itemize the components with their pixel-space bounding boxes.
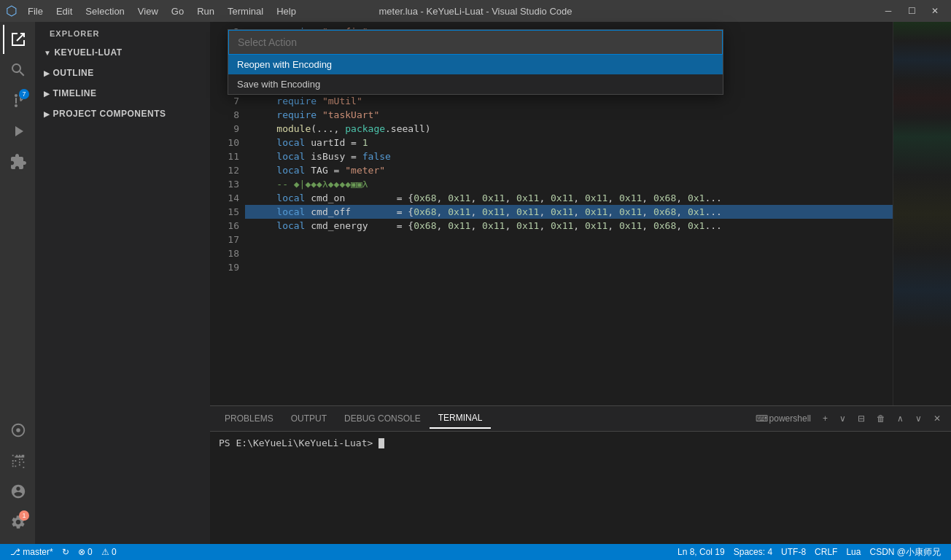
terminal-cursor: [379, 438, 384, 448]
activity-bottom: 1: [3, 416, 32, 544]
warning-count[interactable]: ⚠ 0: [97, 544, 121, 560]
code-line: local cmd_on = {0x68, 0x11, 0x11, 0x11, …: [245, 191, 893, 205]
terminal-tabs: PROBLEMS OUTPUT DEBUG CONSOLE TERMINAL ⌨…: [210, 406, 951, 432]
remote-activity-icon[interactable]: [3, 416, 32, 445]
command-palette-input[interactable]: [228, 30, 723, 55]
terminal-prompt-text: PS E:\KeYueLi\KeYueLi-Luat>: [219, 438, 373, 448]
terminal-add-button[interactable]: +: [818, 412, 832, 425]
window-title: meter.lua - KeYueLi-Luat - Visual Studio…: [379, 6, 572, 17]
menu-terminal[interactable]: Terminal: [222, 4, 269, 18]
menu-file[interactable]: File: [22, 4, 49, 18]
powershell-label-text: powershell: [769, 413, 811, 424]
extensions-activity-icon[interactable]: [3, 147, 32, 176]
git-branch[interactable]: ⎇ master*: [6, 544, 58, 560]
code-line: local cmd_energy = {0x68, 0x11, 0x11, 0x…: [245, 219, 893, 233]
editor-area: 2 3 4 5 6 7 8 9 10 11 12 13 14 15 16 17 …: [210, 22, 951, 544]
code-line: local TAG = "meter": [245, 163, 893, 177]
title-bar: ⬡ File Edit Selection View Go Run Termin…: [0, 0, 951, 22]
chevron-right-icon3: ▶: [44, 110, 50, 118]
window-controls: ─ ☐ ✕: [878, 4, 945, 18]
terminal-panel: PROBLEMS OUTPUT DEBUG CONSOLE TERMINAL ⌨…: [210, 405, 951, 544]
search-activity-icon[interactable]: [3, 55, 32, 85]
code-line: require "mUtil": [245, 94, 893, 108]
explorer-activity-icon[interactable]: [3, 25, 32, 54]
chevron-right-icon2: ▶: [44, 90, 50, 98]
terminal-close-button[interactable]: ✕: [929, 412, 945, 425]
activity-bar: 7 1: [0, 22, 35, 544]
chevron-down-icon: ▼: [44, 49, 51, 57]
terminal-up-button[interactable]: ∧: [893, 412, 908, 425]
watermark: CSDN @小康师兄: [865, 546, 945, 559]
menu-go[interactable]: Go: [166, 4, 190, 18]
terminal-split-button[interactable]: ⊟: [853, 412, 869, 425]
code-line: require "taskUart": [245, 108, 893, 122]
language-mode[interactable]: Lua: [842, 547, 865, 557]
tab-output[interactable]: OUTPUT: [282, 409, 335, 428]
settings-badge: 1: [19, 510, 29, 521]
terminal-dropdown-button[interactable]: ∨: [835, 412, 850, 425]
chevron-right-icon: ▶: [44, 69, 50, 77]
spaces[interactable]: Spaces: 4: [729, 547, 777, 557]
status-right: Ln 8, Col 19 Spaces: 4 UTF-8 CRLF Lua CS…: [673, 546, 945, 559]
terminal-content[interactable]: PS E:\KeYueLi\KeYueLi-Luat>: [210, 432, 951, 544]
terminal-controls: ⌨ powershell + ∨ ⊟ 🗑 ∧ ∨ ✕: [751, 412, 945, 425]
sidebar-section-outline-label: OUTLINE: [53, 68, 94, 78]
menu-edit[interactable]: Edit: [50, 4, 78, 18]
svg-point-0: [16, 428, 20, 432]
palette-item-save[interactable]: Save with Encoding: [228, 74, 723, 94]
sidebar-section-project: ▶ PROJECT COMPONENTS: [35, 104, 210, 124]
menu-bar: File Edit Selection View Go Run Terminal…: [22, 4, 302, 18]
minimize-button[interactable]: ─: [878, 4, 898, 18]
run-activity-icon[interactable]: [3, 117, 32, 146]
sidebar-section-timeline: ▶ TIMELINE: [35, 83, 210, 104]
minimap: [893, 22, 951, 405]
sidebar-section-keyueli-label: KEYUELI-LUAT: [54, 47, 122, 58]
sidebar-title: EXPLORER: [35, 22, 210, 42]
code-line: -- ◆|◆◆◆λ◆◆◆◆▣▣λ: [245, 177, 893, 191]
line-ending[interactable]: CRLF: [810, 547, 842, 557]
source-control-activity-icon[interactable]: 7: [3, 86, 32, 115]
menu-selection[interactable]: Selection: [79, 4, 130, 18]
error-count[interactable]: ⊗ 0: [74, 544, 97, 560]
maximize-button[interactable]: ☐: [901, 4, 922, 18]
source-control-badge: 7: [19, 89, 29, 99]
sidebar-section-project-header[interactable]: ▶ PROJECT COMPONENTS: [35, 106, 210, 122]
sync-button[interactable]: ↻: [58, 544, 74, 560]
sidebar-section-outline: ▶ OUTLINE: [35, 63, 210, 83]
terminal-trash-button[interactable]: 🗑: [872, 412, 890, 425]
account-activity-icon[interactable]: [3, 477, 32, 506]
terminal-prompt: PS E:\KeYueLi\KeYueLi-Luat>: [219, 438, 942, 448]
menu-view[interactable]: View: [132, 4, 164, 18]
sidebar-section-timeline-header[interactable]: ▶ TIMELINE: [35, 85, 210, 101]
main-layout: 7 1 EXPLORER: [0, 22, 951, 544]
terminal-down-button[interactable]: ∨: [911, 412, 926, 425]
terminal-powershell-label[interactable]: ⌨ powershell: [751, 412, 815, 425]
sidebar-section-keyueli-header[interactable]: ▼ KEYUELI-LUAT: [35, 44, 210, 61]
tab-terminal[interactable]: TERMINAL: [430, 408, 492, 429]
code-line: local cmd_off = {0x68, 0x11, 0x11, 0x11,…: [245, 205, 893, 219]
menu-help[interactable]: Help: [271, 4, 302, 18]
sidebar-section-outline-header[interactable]: ▶ OUTLINE: [35, 65, 210, 81]
cursor-position[interactable]: Ln 8, Col 19: [673, 547, 729, 557]
close-button[interactable]: ✕: [925, 4, 945, 18]
sidebar-section-project-label: PROJECT COMPONENTS: [53, 109, 166, 119]
status-bar: ⎇ master* ↻ ⊗ 0 ⚠ 0 Ln 8, Col 19 Spaces:…: [0, 544, 951, 560]
sidebar-section-keyueli: ▼ KEYUELI-LUAT: [35, 42, 210, 63]
palette-item-reopen[interactable]: Reopen with Encoding: [228, 55, 723, 74]
tab-debug-console[interactable]: DEBUG CONSOLE: [335, 409, 430, 428]
sidebar-section-timeline-label: TIMELINE: [53, 88, 97, 98]
menu-run[interactable]: Run: [191, 4, 220, 18]
sidebar: EXPLORER ▼ KEYUELI-LUAT ▶ OUTLINE ▶ TIME…: [35, 22, 210, 544]
board-activity-icon[interactable]: [3, 446, 32, 475]
encoding[interactable]: UTF-8: [777, 547, 810, 557]
command-palette: Reopen with Encoding Save with Encoding: [228, 29, 723, 95]
tab-problems[interactable]: PROBLEMS: [216, 409, 282, 428]
code-line: local isBusy = false: [245, 149, 893, 163]
vscode-logo-icon: ⬡: [6, 3, 18, 19]
settings-activity-icon[interactable]: 1: [3, 508, 32, 537]
code-line: local uartId = 1: [245, 136, 893, 149]
code-line: module(..., package.seeall): [245, 122, 893, 136]
terminal-icon: ⌨: [756, 413, 768, 424]
